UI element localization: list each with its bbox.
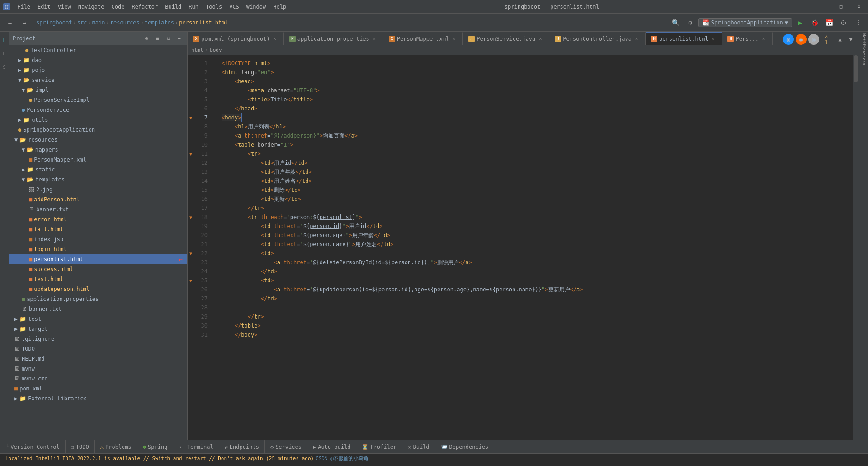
menu-vcs[interactable]: VCS: [226, 0, 243, 14]
tree-item-utils[interactable]: ▶ 📁 utils: [9, 115, 187, 125]
menu-run[interactable]: Run: [185, 0, 202, 14]
tree-item-mappers[interactable]: ▼ 📂 mappers: [9, 145, 187, 155]
project-icon[interactable]: P: [0, 33, 9, 46]
tree-item-2jpg[interactable]: 🖼 2.jpg: [9, 185, 187, 195]
tree-item-resources[interactable]: ▼ 📂 resources: [9, 135, 187, 145]
tree-item-templates[interactable]: ▼ 📂 templates: [9, 175, 187, 185]
tab-version-control[interactable]: ┕ Version Control: [0, 440, 66, 454]
breadcrumb-html[interactable]: html: [191, 47, 203, 53]
search-everywhere-button[interactable]: 🔍: [670, 16, 682, 29]
tree-item-pojo[interactable]: ▶ 📁 pojo: [9, 65, 187, 75]
editor-scrollbar[interactable]: [853, 55, 859, 440]
tab-auto-build[interactable]: ▶ Auto-build: [307, 440, 356, 454]
menu-navigate[interactable]: Navigate: [75, 0, 108, 14]
browser-icon-chrome[interactable]: ◉: [783, 34, 794, 45]
tree-item-applicationprops[interactable]: ■ application.properties: [9, 294, 187, 304]
tree-item-static[interactable]: ▶ 📁 static: [9, 165, 187, 175]
menu-tools[interactable]: Tools: [202, 0, 226, 14]
tabs-menu-button[interactable]: ▼: [846, 35, 855, 44]
tree-item-indexjsp[interactable]: ■ index.jsp: [9, 234, 187, 244]
code-editor[interactable]: <!DOCTYPE html> <html lang="en"> <head> …: [214, 55, 853, 440]
tree-item-helpmd[interactable]: 🖹 HELP.md: [9, 354, 187, 364]
breadcrumb-file[interactable]: personlist.html: [179, 19, 228, 26]
gutter-11[interactable]: ▼: [188, 149, 194, 158]
tab-close-personmapper[interactable]: ✕: [451, 36, 457, 42]
menu-file[interactable]: File: [14, 0, 34, 14]
menu-refactor[interactable]: Refactor: [128, 0, 161, 14]
tree-item-gitignore[interactable]: 🖹 .gitignore: [9, 334, 187, 344]
tab-terminal[interactable]: ›_ Terminal: [173, 440, 219, 454]
tree-item-target[interactable]: ▶ 📁 target: [9, 324, 187, 334]
gutter-18[interactable]: ▼: [188, 213, 194, 222]
menu-window[interactable]: Window: [243, 0, 269, 14]
structure-icon[interactable]: S: [0, 61, 9, 73]
tab-close-personservice[interactable]: ✕: [537, 36, 543, 42]
breadcrumb-main[interactable]: main: [92, 19, 105, 26]
tree-item-success[interactable]: ■ success.html: [9, 264, 187, 274]
menu-view[interactable]: View: [54, 0, 75, 14]
warning-count-button[interactable]: △ 1: [825, 35, 834, 44]
tab-personmapper[interactable]: X PersonMapper.xml ✕: [383, 32, 463, 45]
browser-icon-safari[interactable]: ◉: [808, 34, 819, 45]
settings-button[interactable]: ⚙: [684, 16, 697, 29]
tree-item-dao[interactable]: ▶ 📁 dao: [9, 55, 187, 65]
tree-item-personserviceimpl[interactable]: ● PersonServiceImpl: [9, 95, 187, 105]
tree-item-addperson[interactable]: ■ addPerson.html: [9, 195, 187, 204]
tree-item-testhtml[interactable]: ■ test.html: [9, 274, 187, 284]
tree-item-login[interactable]: ■ login.html: [9, 244, 187, 254]
tree-item-personservice[interactable]: ● PersonService: [9, 105, 187, 115]
tree-item-fail[interactable]: ■ fail.html: [9, 224, 187, 234]
tab-endpoints[interactable]: ⇄ Endpoints: [219, 440, 265, 454]
tab-build[interactable]: ⚒ Build: [402, 440, 435, 454]
tree-item-testcontroller[interactable]: ● TestController: [9, 45, 187, 55]
project-collapse-button[interactable]: ≡: [153, 34, 162, 43]
run-config-selector[interactable]: 📆 SpringboootApplication ▼: [698, 18, 792, 27]
tab-personcontroller[interactable]: J PersonController.java ✕: [549, 32, 646, 45]
breadcrumb-templates[interactable]: templates: [145, 19, 174, 26]
tree-item-personmapperxml[interactable]: ■ PersonMapper.xml: [9, 155, 187, 165]
menu-help[interactable]: Help: [269, 0, 290, 14]
breadcrumb-src[interactable]: src: [77, 19, 87, 26]
tab-personlist[interactable]: H personlist.html ✕: [646, 32, 722, 45]
scrollbar-thumb[interactable]: [854, 55, 858, 82]
tab-problems[interactable]: △ Problems: [95, 440, 137, 454]
tab-dependencies[interactable]: 📨 Dependencies: [435, 440, 495, 454]
tree-item-mvnw[interactable]: 🖹 mvnw: [9, 364, 187, 374]
tab-appprops[interactable]: P application.properties ✕: [284, 32, 383, 45]
gutter-25[interactable]: ▼: [188, 276, 194, 285]
tab-close-pom[interactable]: ✕: [272, 36, 278, 42]
debug-button[interactable]: 🐞: [808, 16, 821, 29]
notifications-icon[interactable]: Notifications: [859, 32, 868, 68]
menu-code[interactable]: Code: [108, 0, 128, 14]
tree-item-springboootapp[interactable]: ● SpringboootApplication: [9, 125, 187, 135]
breadcrumb-body[interactable]: body: [210, 47, 222, 53]
tree-item-todo[interactable]: 🖹 TODO: [9, 344, 187, 354]
tab-pers-more[interactable]: H Pers... ✕: [722, 32, 773, 45]
tab-profiler[interactable]: ⏳ Profiler: [356, 440, 402, 454]
tree-item-updateperson[interactable]: ■ updateperson.html: [9, 284, 187, 294]
tree-item-error[interactable]: ■ error.html: [9, 214, 187, 224]
expand-tabs-button[interactable]: ▲: [835, 35, 844, 44]
tree-item-personlist[interactable]: ■ personlist.html ←: [9, 254, 187, 264]
tab-personservice[interactable]: J PersonService.java ✕: [463, 32, 549, 45]
project-sort-button[interactable]: ⇅: [164, 34, 173, 43]
tab-close-personlist[interactable]: ✕: [710, 36, 716, 42]
bookmarks-icon[interactable]: B: [0, 47, 9, 60]
tab-close-pers[interactable]: ✕: [760, 36, 767, 42]
tab-close-appprops[interactable]: ✕: [371, 36, 377, 42]
tree-item-bannertxt2[interactable]: 🖹 banner.txt: [9, 304, 187, 314]
coverage-button[interactable]: 📅: [823, 16, 835, 29]
tab-spring[interactable]: ❆ Spring: [137, 440, 174, 454]
tab-services[interactable]: ⚙ Services: [265, 440, 307, 454]
notification-csdn-link[interactable]: CSDN @不服输的小乌龟: [316, 455, 368, 462]
profile-button[interactable]: ⏲: [837, 16, 850, 29]
gutter-22[interactable]: ▼: [188, 249, 194, 258]
menu-edit[interactable]: Edit: [34, 0, 54, 14]
close-button[interactable]: ✕: [850, 0, 868, 14]
tree-item-service[interactable]: ▼ 📂 service: [9, 75, 187, 85]
breadcrumb-resources[interactable]: resources: [110, 19, 140, 26]
back-button[interactable]: ←: [4, 16, 16, 29]
browser-icon-firefox[interactable]: ◉: [796, 34, 807, 45]
more-run-button[interactable]: ⋮: [852, 16, 864, 29]
tree-item-bannertxt[interactable]: 🖹 banner.txt: [9, 204, 187, 214]
